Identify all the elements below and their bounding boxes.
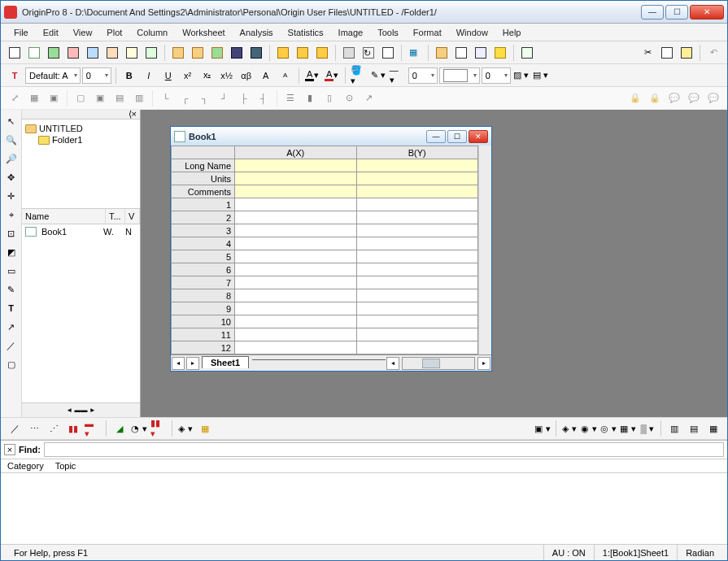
font-size-combo[interactable]: 0	[82, 67, 111, 84]
cell[interactable]	[235, 237, 357, 250]
menu-edit[interactable]: Edit	[37, 26, 65, 39]
stack-plot-button[interactable]: ▮▮ ▾	[150, 420, 168, 437]
zoom-out-tool[interactable]: 🔎	[3, 150, 20, 167]
refresh-button[interactable]: ↻	[360, 44, 377, 62]
rescale-button[interactable]: ⤢	[6, 89, 24, 107]
col-header-b[interactable]: B(Y)	[356, 146, 478, 159]
cell[interactable]	[356, 159, 478, 172]
pattern2-button[interactable]: ▤ ▾	[532, 67, 550, 85]
add-column-button[interactable]	[518, 44, 536, 62]
new-worksheet-button[interactable]	[25, 44, 43, 62]
text-tool-button[interactable]: T	[6, 67, 24, 85]
recalculate-button[interactable]: ▦	[406, 44, 424, 62]
axis5-button[interactable]: ├	[235, 89, 253, 107]
import-multiple-button[interactable]	[313, 44, 331, 62]
xyscale-button[interactable]: ▯	[320, 89, 338, 107]
cut-button[interactable]: ✂	[639, 44, 656, 62]
menu-column[interactable]: Column	[130, 26, 174, 39]
new-function-button[interactable]	[142, 44, 160, 62]
row-6[interactable]: 6	[172, 263, 235, 276]
data-selector-tool[interactable]: ⊡	[3, 225, 20, 241]
subscript-button[interactable]: x₂	[198, 67, 216, 85]
child-maximize-button[interactable]: ☐	[447, 130, 467, 143]
project-explorer-button[interactable]	[433, 44, 451, 62]
pointer-tool[interactable]: ↖	[3, 113, 20, 129]
line-color-button[interactable]: ✎ ▾	[369, 67, 387, 85]
3d-plot-button[interactable]: ◈ ▾	[177, 420, 194, 437]
explorer-scrollbar[interactable]: ◄ ▬▬ ►	[22, 402, 140, 417]
menu-statistics[interactable]: Statistics	[281, 26, 330, 39]
date-button[interactable]: ⊙	[340, 89, 358, 107]
region-tool[interactable]: ▭	[3, 263, 20, 279]
draw-data-tool[interactable]: ✎	[3, 281, 20, 298]
column-plot-button[interactable]: ▮▮	[64, 420, 82, 437]
undo-button[interactable]: ↶	[704, 44, 722, 62]
close-button[interactable]: ✕	[690, 5, 724, 20]
increase-font-button[interactable]: A	[257, 67, 275, 85]
line-symbol-plot-button[interactable]: ⋰	[45, 420, 63, 437]
code-builder-button[interactable]	[491, 44, 509, 62]
col-header-a[interactable]: A(X)	[235, 146, 357, 159]
comment3-button[interactable]: 💬	[704, 89, 722, 107]
row-comments[interactable]: Comments	[172, 185, 235, 198]
worksheet-hscroll[interactable]	[402, 357, 475, 370]
cell[interactable]	[235, 185, 357, 198]
cell[interactable]	[235, 211, 357, 224]
axis4-button[interactable]: ┘	[216, 89, 233, 107]
paste-button[interactable]	[678, 44, 695, 62]
merge-button[interactable]: ▣	[45, 89, 63, 107]
minimize-button[interactable]: —	[641, 5, 664, 20]
menu-file[interactable]: File	[7, 26, 35, 39]
zoom-in-tool[interactable]: 🔍	[3, 132, 20, 148]
font-color-button[interactable]: A ▾	[303, 67, 321, 85]
copy-button[interactable]	[658, 44, 676, 62]
new-matrix-button[interactable]	[64, 44, 82, 62]
scatter-plot-button[interactable]: ⋯	[25, 420, 43, 437]
row-12[interactable]: 12	[172, 341, 235, 354]
pie-plot-button[interactable]: ◔ ▾	[130, 420, 148, 437]
pattern-button[interactable]: ▨ ▾	[512, 67, 530, 85]
axis6-button[interactable]: ┤	[255, 89, 272, 107]
underline-button[interactable]: U	[159, 67, 177, 85]
bold-button[interactable]: B	[120, 67, 138, 85]
col-type[interactable]: T...	[106, 209, 125, 224]
cell[interactable]	[356, 224, 478, 237]
col-view[interactable]: V	[125, 209, 140, 224]
bar-plot-button[interactable]: ▬ ▾	[84, 420, 102, 437]
child-close-button[interactable]: ✕	[469, 130, 488, 143]
superscript-button[interactable]: x²	[179, 67, 197, 85]
cell[interactable]	[356, 237, 478, 250]
maximize-button[interactable]: ☐	[665, 5, 688, 20]
line-style-button[interactable]: — ▾	[389, 67, 407, 85]
new-project-button[interactable]	[6, 44, 24, 62]
new-graph-button[interactable]	[84, 44, 102, 62]
supersub-button[interactable]: x½	[218, 67, 236, 85]
surface-plot-button[interactable]: ▦	[196, 420, 214, 437]
menu-analysis[interactable]: Analysis	[233, 26, 280, 39]
menu-tools[interactable]: Tools	[371, 26, 405, 39]
import-wizard-button[interactable]	[274, 44, 292, 62]
child-titlebar[interactable]: Book1 — ☐ ✕	[171, 127, 491, 146]
cell[interactable]	[235, 159, 357, 172]
cell[interactable]	[235, 250, 357, 263]
legend-button[interactable]: ☰	[281, 89, 299, 107]
comment1-button[interactable]: 💬	[665, 89, 683, 107]
menu-view[interactable]: View	[67, 26, 99, 39]
worksheet-grid[interactable]: A(X) B(Y) Long Name Units Comments 1 2 3…	[171, 146, 478, 354]
cell[interactable]	[235, 172, 357, 185]
menu-window[interactable]: Window	[450, 26, 495, 39]
find-tab-topic[interactable]: Topic	[55, 461, 76, 471]
cell[interactable]	[356, 211, 478, 224]
extract-button[interactable]: ▦	[25, 89, 43, 107]
cell[interactable]	[235, 224, 357, 237]
row-11[interactable]: 11	[172, 328, 235, 341]
find-input[interactable]	[44, 442, 724, 457]
corner-cell[interactable]	[172, 146, 235, 159]
cell[interactable]	[356, 276, 478, 289]
vector-button[interactable]: ▤	[685, 420, 703, 437]
row-4[interactable]: 4	[172, 237, 235, 250]
line-plot-button[interactable]: ／	[6, 420, 24, 437]
find-close-icon[interactable]: ×	[4, 444, 15, 455]
axis1-button[interactable]: └	[157, 89, 175, 107]
3d-scatter-button[interactable]: ◉ ▾	[580, 420, 598, 437]
